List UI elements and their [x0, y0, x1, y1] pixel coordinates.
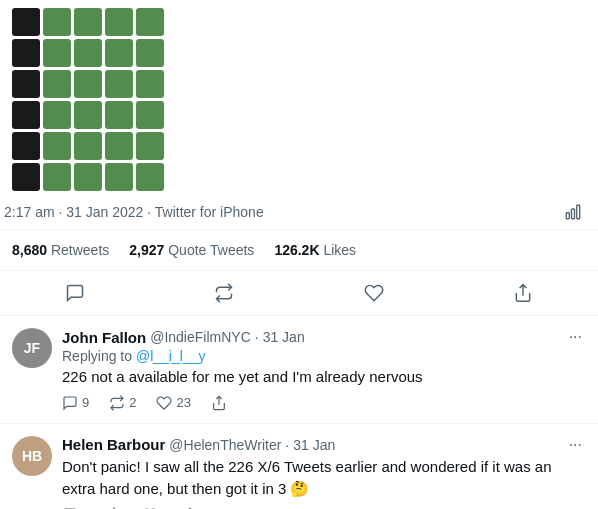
more-options-button-0[interactable]: ··· [565, 328, 586, 346]
reply-text-0: 226 not a available for me yet and I'm a… [62, 366, 586, 389]
username-1[interactable]: @HelenTheWriter [169, 437, 281, 453]
grid-cell-23 [105, 132, 133, 160]
grid-cell-18 [105, 101, 133, 129]
reply-retweet-button-0[interactable]: 2 [109, 395, 136, 411]
replying-to-link-0[interactable]: @l__i_l__y [136, 348, 205, 364]
grid-cell-27 [74, 163, 102, 191]
avatar-0: JF [12, 328, 52, 368]
grid-cell-24 [136, 132, 164, 160]
grid-cell-13 [105, 70, 133, 98]
grid-cell-28 [105, 163, 133, 191]
reply-share-button-0[interactable] [211, 395, 227, 411]
grid-cell-7 [74, 39, 102, 67]
quote-tweets-stat[interactable]: 2,927 Quote Tweets [129, 242, 254, 258]
tweet-stats: 8,680 Retweets 2,927 Quote Tweets 126.2K… [0, 230, 598, 271]
grid-cell-11 [43, 70, 71, 98]
reply-item-0: JFJohn Fallon@IndieFilmNYC·31 Jan···Repl… [0, 316, 598, 424]
grid-cell-21 [43, 132, 71, 160]
grid-cell-29 [136, 163, 164, 191]
username-0[interactable]: @IndieFilmNYC [150, 329, 251, 345]
grid-cell-5 [12, 39, 40, 67]
wordle-grid [0, 0, 598, 195]
grid-cell-22 [74, 132, 102, 160]
reply-date-1: 31 Jan [293, 437, 335, 453]
svg-rect-1 [572, 209, 575, 219]
grid-cell-14 [136, 70, 164, 98]
reply-text-1: Don't panic! I saw all the 226 X/6 Tweet… [62, 456, 586, 501]
grid-cell-4 [136, 8, 164, 36]
replying-to-0: Replying to @l__i_l__y [62, 348, 586, 364]
grid-cell-8 [105, 39, 133, 67]
more-options-button-1[interactable]: ··· [565, 436, 586, 454]
grid-cell-12 [74, 70, 102, 98]
tweet-meta: 2:17 am · 31 Jan 2022 · Twitter for iPho… [0, 195, 598, 230]
reply-like-button-0[interactable]: 23 [156, 395, 190, 411]
dot-sep-1: · [285, 437, 289, 453]
tweet-actions [0, 271, 598, 316]
svg-rect-0 [566, 213, 569, 219]
analytics-button[interactable] [560, 203, 586, 221]
display-name-1[interactable]: Helen Barbour [62, 436, 165, 453]
replies-list: JFJohn Fallon@IndieFilmNYC·31 Jan···Repl… [0, 316, 598, 509]
share-button[interactable] [501, 275, 545, 311]
grid-cell-26 [43, 163, 71, 191]
grid-cell-2 [74, 8, 102, 36]
grid-cell-9 [136, 39, 164, 67]
grid-cell-10 [12, 70, 40, 98]
grid-cell-3 [105, 8, 133, 36]
likes-stat[interactable]: 126.2K Likes [274, 242, 356, 258]
grid-cell-25 [12, 163, 40, 191]
dot-sep-0: · [255, 329, 259, 345]
retweet-button[interactable] [202, 275, 246, 311]
grid-cell-1 [43, 8, 71, 36]
reply-date-0: 31 Jan [263, 329, 305, 345]
grid-cell-0 [12, 8, 40, 36]
display-name-0[interactable]: John Fallon [62, 329, 146, 346]
retweets-stat[interactable]: 8,680 Retweets [12, 242, 109, 258]
grid-cell-15 [12, 101, 40, 129]
tweet-timestamp: 2:17 am · 31 Jan 2022 · Twitter for iPho… [4, 204, 264, 220]
grid-cell-16 [43, 101, 71, 129]
reply-comment-button-0[interactable]: 9 [62, 395, 89, 411]
grid-cell-19 [136, 101, 164, 129]
like-button[interactable] [352, 275, 396, 311]
grid-cell-20 [12, 132, 40, 160]
svg-rect-2 [577, 205, 580, 219]
reply-button[interactable] [53, 275, 97, 311]
reply-item-1: HBHelen Barbour@HelenTheWriter·31 Jan···… [0, 424, 598, 510]
avatar-1: HB [12, 436, 52, 476]
grid-cell-17 [74, 101, 102, 129]
grid-cell-6 [43, 39, 71, 67]
